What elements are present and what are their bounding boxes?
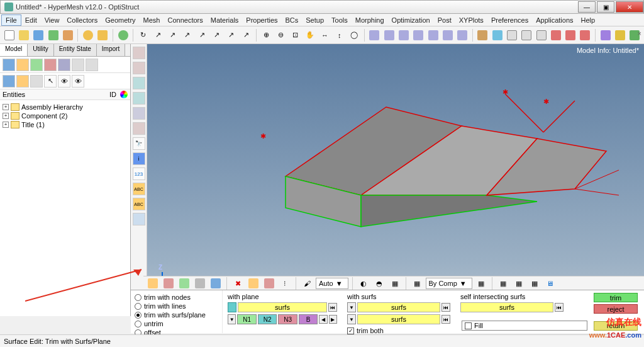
checkbox-fill[interactable] bbox=[465, 322, 472, 329]
menu-optimization[interactable]: Optimization bbox=[388, 15, 434, 25]
surfs-selector-2[interactable]: surfs bbox=[357, 302, 440, 312]
axis-xy-icon[interactable]: ↗ bbox=[195, 28, 208, 42]
side-tool5-icon[interactable] bbox=[133, 107, 145, 120]
comp-icon[interactable]: ▦ bbox=[410, 276, 424, 290]
window6-icon[interactable] bbox=[441, 28, 454, 42]
expand-icon[interactable]: + bbox=[3, 104, 9, 110]
expand-icon[interactable]: + bbox=[3, 122, 9, 128]
surfs-dropdown-2[interactable]: ▼ bbox=[347, 314, 356, 324]
side-tool2-icon[interactable] bbox=[133, 62, 145, 74]
axis-y-icon[interactable]: ↗ bbox=[166, 28, 179, 42]
users-icon[interactable] bbox=[96, 28, 109, 42]
delete-icon[interactable]: ✖ bbox=[231, 276, 245, 290]
checkbox-trim-both[interactable]: ✓ bbox=[347, 327, 354, 334]
close-window-button[interactable]: ✕ bbox=[616, 1, 643, 13]
rotate-icon[interactable]: ↻ bbox=[136, 28, 150, 42]
side-numbers-icon[interactable]: 123 bbox=[133, 168, 145, 180]
axis-iso-icon[interactable]: ↗ bbox=[239, 28, 252, 42]
view2-icon[interactable] bbox=[16, 75, 29, 88]
filter2-icon[interactable] bbox=[16, 59, 29, 71]
render4-icon[interactable]: ▦ bbox=[528, 276, 541, 290]
window4-icon[interactable] bbox=[412, 28, 425, 42]
axis-x-icon[interactable]: ↗ bbox=[152, 28, 165, 42]
toolbar-close-icon[interactable]: × bbox=[638, 30, 641, 37]
axis-yz-icon[interactable]: ↗ bbox=[210, 28, 223, 42]
render3-icon[interactable]: ▦ bbox=[512, 276, 526, 290]
nav-next[interactable]: ▶ bbox=[329, 315, 337, 324]
export-icon[interactable] bbox=[61, 28, 74, 42]
opt-trim-lines[interactable]: trim with lines bbox=[135, 302, 218, 310]
disp2-icon[interactable] bbox=[162, 276, 175, 290]
color-wheel-icon[interactable] bbox=[120, 91, 128, 98]
tool-a-icon[interactable] bbox=[599, 28, 612, 42]
wireframe-icon[interactable]: ▦ bbox=[388, 276, 402, 290]
side-tool6-icon[interactable] bbox=[133, 122, 145, 135]
filter5-icon[interactable] bbox=[58, 59, 70, 71]
cube1-icon[interactable] bbox=[476, 28, 489, 42]
view3-icon[interactable] bbox=[30, 75, 43, 88]
b-button[interactable]: B bbox=[299, 314, 318, 324]
menu-edit[interactable]: Edit bbox=[21, 15, 41, 25]
pan-icon[interactable]: ✋ bbox=[304, 28, 317, 42]
window2-icon[interactable] bbox=[382, 28, 396, 42]
disp3-icon[interactable] bbox=[177, 276, 191, 290]
bycomp-select[interactable]: By Comp▼ bbox=[426, 278, 472, 289]
opt-trim-nodes[interactable]: trim with nodes bbox=[135, 293, 218, 302]
minimize-button[interactable]: — bbox=[578, 1, 596, 13]
disp4-icon[interactable] bbox=[193, 276, 207, 290]
menu-tools[interactable]: Tools bbox=[328, 15, 352, 25]
disp7-icon[interactable] bbox=[262, 276, 276, 290]
side-tool4-icon[interactable] bbox=[133, 92, 145, 105]
render1-icon[interactable]: ▦ bbox=[474, 276, 488, 290]
menu-file[interactable]: File bbox=[1, 14, 21, 26]
menu-collectors[interactable]: Collectors bbox=[63, 15, 101, 25]
shade1-icon[interactable]: ◐ bbox=[357, 276, 370, 290]
paint-icon[interactable]: 🖌 bbox=[300, 276, 314, 290]
trim-button[interactable]: trim bbox=[594, 293, 638, 302]
menu-preferences[interactable]: Preferences bbox=[487, 15, 532, 25]
tree-item-component[interactable]: + Component (2) bbox=[3, 111, 128, 120]
maximize-button[interactable]: ▣ bbox=[597, 1, 614, 13]
tab-import[interactable]: Import bbox=[97, 44, 125, 56]
n2-button[interactable]: N2 bbox=[258, 314, 277, 324]
nav-first-2[interactable]: ⏮ bbox=[441, 303, 450, 312]
tab-entitystate[interactable]: Entity State bbox=[54, 44, 97, 56]
n3-button[interactable]: N3 bbox=[278, 314, 297, 324]
tab-model[interactable]: Model bbox=[0, 44, 28, 56]
menu-connectors[interactable]: Connectors bbox=[164, 15, 206, 25]
tree-item-title[interactable]: + Title (1) bbox=[3, 120, 128, 129]
filter7-icon[interactable] bbox=[86, 59, 98, 71]
render2-icon[interactable]: ▦ bbox=[496, 276, 510, 290]
auto-select[interactable]: Auto▼ bbox=[316, 278, 348, 289]
menu-properties[interactable]: Properties bbox=[242, 15, 281, 25]
side-binoc-icon[interactable]: 🔭 bbox=[133, 137, 145, 150]
cursor-icon[interactable]: ↖ bbox=[44, 75, 57, 88]
opt-untrim[interactable]: untrim bbox=[135, 319, 218, 328]
tree-item-assembly[interactable]: + Assembly Hierarchy bbox=[3, 103, 128, 111]
arrows-v-icon[interactable]: ↕ bbox=[333, 28, 346, 42]
filter4-icon[interactable] bbox=[44, 59, 57, 71]
save-icon[interactable] bbox=[32, 28, 45, 42]
menu-materials[interactable]: Materials bbox=[207, 15, 243, 25]
fill-input[interactable]: Fill bbox=[462, 321, 587, 331]
axis-z-icon[interactable]: ↗ bbox=[180, 28, 194, 42]
plane-color-swatch[interactable] bbox=[228, 302, 236, 312]
grid2-icon[interactable] bbox=[564, 28, 577, 42]
arrows-h-icon[interactable]: ↔ bbox=[318, 28, 331, 42]
tool-b-icon[interactable] bbox=[613, 28, 626, 42]
window1-icon[interactable] bbox=[368, 28, 381, 42]
menu-mesh[interactable]: Mesh bbox=[140, 15, 164, 25]
zoom-out-icon[interactable]: ⊖ bbox=[274, 28, 287, 42]
nav-first-1[interactable]: ⏮ bbox=[328, 303, 337, 312]
zoom-in-icon[interactable]: ⊕ bbox=[260, 28, 273, 42]
disp1-icon[interactable] bbox=[146, 276, 160, 290]
n1-button[interactable]: N1 bbox=[237, 314, 256, 324]
cube2-icon[interactable] bbox=[505, 28, 518, 42]
nav-prev[interactable]: ◀ bbox=[319, 315, 327, 324]
side-tool7-icon[interactable] bbox=[133, 213, 145, 225]
plane-dropdown[interactable]: ▼ bbox=[228, 314, 236, 324]
shade2-icon[interactable]: ◓ bbox=[372, 276, 386, 290]
tab-utility[interactable]: Utility bbox=[28, 44, 53, 56]
menu-post[interactable]: Post bbox=[434, 15, 455, 25]
user-icon[interactable] bbox=[81, 28, 94, 42]
